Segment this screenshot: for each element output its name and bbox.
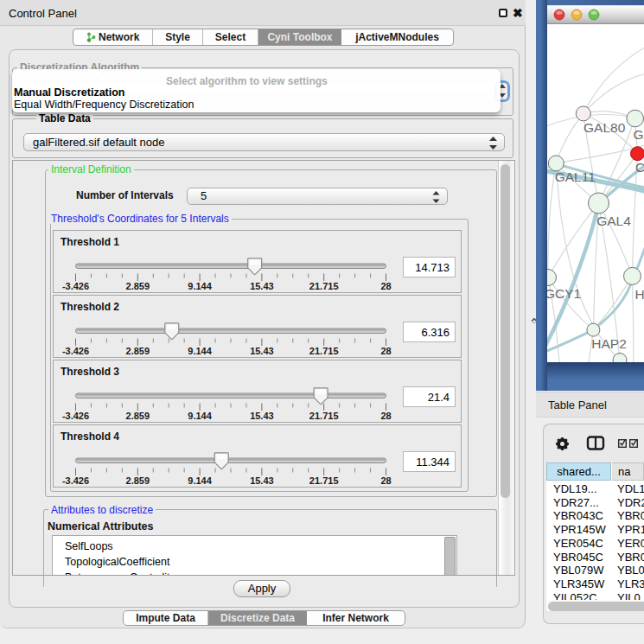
svg-text:-3.426: -3.426: [62, 475, 89, 486]
svg-text:21.715: 21.715: [309, 475, 339, 486]
svg-text:GAL80: GAL80: [583, 120, 626, 135]
svg-text:21.715: 21.715: [309, 411, 339, 421]
svg-text:28: 28: [380, 346, 391, 356]
svg-text:2.859: 2.859: [126, 411, 150, 421]
svg-text:GAL11: GAL11: [555, 169, 596, 184]
svg-text:15.43: 15.43: [250, 346, 274, 356]
svg-text:15.43: 15.43: [250, 411, 274, 421]
svg-text:9.144: 9.144: [188, 475, 212, 486]
svg-text:9.144: 9.144: [188, 346, 212, 356]
svg-text:HAP2: HAP2: [591, 336, 627, 351]
svg-text:2.859: 2.859: [126, 475, 150, 486]
svg-text:28: 28: [380, 281, 391, 291]
svg-text:H: H: [634, 287, 644, 302]
svg-text:C: C: [635, 160, 644, 175]
svg-text:21.715: 21.715: [309, 281, 339, 291]
svg-text:21.715: 21.715: [309, 346, 339, 356]
svg-text:28: 28: [380, 475, 391, 486]
svg-text:GAL4: GAL4: [596, 214, 631, 228]
svg-text:2.859: 2.859: [126, 281, 150, 291]
svg-text:-3.426: -3.426: [62, 281, 89, 291]
svg-text:-3.426: -3.426: [62, 411, 89, 421]
svg-text:15.43: 15.43: [250, 281, 274, 291]
svg-text:15.43: 15.43: [250, 475, 274, 486]
svg-text:9.144: 9.144: [188, 411, 212, 421]
svg-text:28: 28: [380, 411, 391, 421]
svg-text:-3.426: -3.426: [62, 346, 89, 356]
svg-text:2.859: 2.859: [126, 346, 150, 356]
svg-text:GA: GA: [634, 127, 644, 142]
svg-text:GCY1: GCY1: [547, 286, 581, 301]
svg-text:9.144: 9.144: [188, 281, 212, 291]
